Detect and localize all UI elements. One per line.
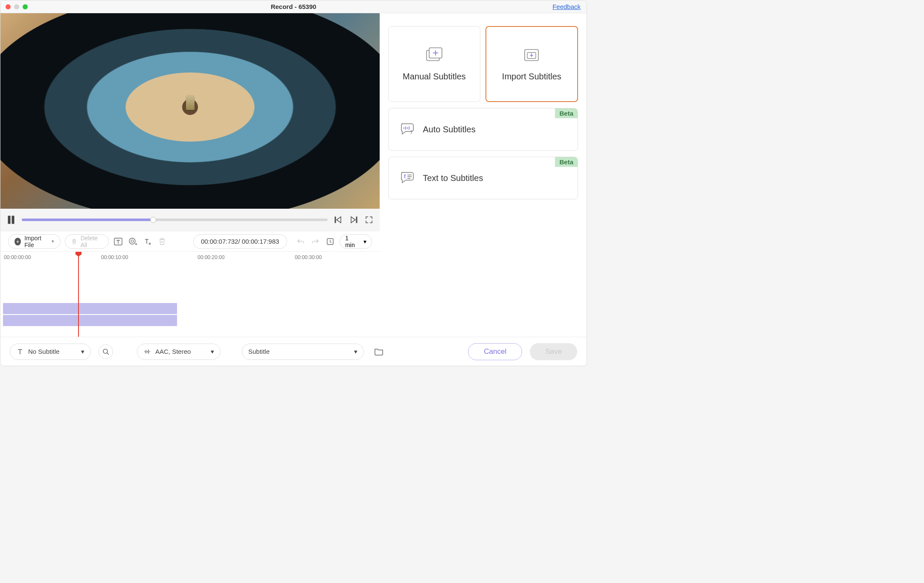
- redo-icon: [311, 237, 320, 246]
- plus-circle-icon: +: [15, 238, 21, 245]
- timeline[interactable]: 00:00:00:00 00:00:10:00 00:00:20:00 00:0…: [0, 251, 380, 337]
- playback-progress[interactable]: [22, 219, 328, 221]
- main-area: + Import File ▾ Delete All: [0, 13, 587, 337]
- next-frame-button[interactable]: [349, 215, 358, 224]
- import-subtitles-icon: [522, 47, 541, 64]
- delete-all-button[interactable]: Delete All: [65, 234, 109, 249]
- minimize-window-button[interactable]: [14, 4, 19, 9]
- chevron-down-icon: ▾: [354, 348, 357, 356]
- track-type-label: Subtitle: [248, 348, 270, 355]
- feedback-link[interactable]: Feedback: [552, 3, 581, 10]
- skip-prev-icon: [334, 216, 343, 224]
- chevron-down-icon: ▾: [363, 238, 366, 245]
- svg-text:T: T: [410, 130, 413, 135]
- waveform-icon: [143, 348, 151, 356]
- progress-thumb[interactable]: [150, 217, 156, 223]
- manual-subtitles-label: Manual Subtitles: [403, 72, 466, 82]
- subtitle-sidebar: Manual Subtitles Import Subtitles Beta T…: [380, 13, 587, 337]
- left-column: + Import File ▾ Delete All: [0, 13, 380, 337]
- subtitle-method-row: Manual Subtitles Import Subtitles: [388, 26, 578, 102]
- audio-track-clip[interactable]: [3, 315, 177, 326]
- svg-rect-0: [8, 216, 10, 224]
- text-icon: [16, 348, 24, 356]
- svg-point-7: [129, 238, 135, 244]
- undo-icon: [296, 237, 305, 246]
- subtitle-track-select[interactable]: No Subtitle ▾: [10, 344, 91, 360]
- video-preview[interactable]: [0, 13, 380, 209]
- folder-icon: [374, 347, 384, 356]
- subtitle-track-label: No Subtitle: [28, 348, 59, 355]
- chevron-down-icon: ▾: [81, 348, 84, 356]
- cancel-button[interactable]: Cancel: [468, 343, 522, 360]
- import-subtitles-label: Import Subtitles: [502, 72, 561, 82]
- svg-marker-5: [351, 217, 355, 223]
- audio-track-label: AAC, Stereo: [155, 348, 191, 355]
- video-track-clip[interactable]: [3, 303, 177, 314]
- delete-all-label: Delete All: [81, 235, 102, 248]
- track-type-select[interactable]: Subtitle ▾: [242, 344, 364, 360]
- current-time: 00:00:07:732: [201, 238, 238, 245]
- ruler-tick: 00:00:30:00: [295, 254, 322, 260]
- video-frame-spindle: [186, 96, 195, 110]
- svg-rect-2: [335, 217, 336, 223]
- styled-text-button[interactable]: [142, 236, 153, 248]
- timeline-tracks: [3, 303, 177, 327]
- zoom-label: 1 min: [345, 235, 357, 248]
- svg-point-8: [131, 240, 134, 242]
- auto-subtitles-label: Auto Subtitles: [423, 125, 475, 134]
- svg-rect-4: [356, 217, 357, 223]
- audio-track-select[interactable]: AAC, Stereo ▾: [137, 344, 221, 360]
- snap-button[interactable]: [325, 236, 336, 248]
- snap-icon: [326, 237, 334, 246]
- stamp-plus-icon: [128, 237, 137, 246]
- skip-next-icon: [349, 216, 358, 224]
- pause-button[interactable]: [6, 215, 16, 224]
- close-window-button[interactable]: [6, 4, 11, 9]
- chevron-down-icon: ▾: [52, 239, 54, 244]
- fullscreen-button[interactable]: [364, 215, 374, 224]
- svg-marker-3: [337, 217, 341, 223]
- titlebar: Record - 65390 Feedback: [0, 0, 587, 13]
- open-folder-button[interactable]: [372, 344, 386, 359]
- playback-bar: [0, 209, 380, 231]
- beta-badge: Beta: [555, 108, 578, 118]
- bottom-bar: No Subtitle ▾ AAC, Stereo ▾ Subtitle ▾ C…: [0, 337, 587, 366]
- add-stamp-button[interactable]: [128, 236, 138, 248]
- delete-selection-button[interactable]: [157, 236, 168, 248]
- text-style-icon: [143, 237, 152, 246]
- window-title: Record - 65390: [0, 3, 587, 10]
- zoom-select[interactable]: 1 min ▾: [340, 234, 372, 249]
- pause-icon: [7, 216, 15, 224]
- text-to-subtitles-card[interactable]: Beta Text to Subtitles: [388, 157, 578, 199]
- undo-button[interactable]: [296, 236, 306, 248]
- manual-subtitles-card[interactable]: Manual Subtitles: [388, 26, 480, 102]
- redo-button[interactable]: [310, 236, 321, 248]
- search-subtitles-button[interactable]: [99, 344, 113, 359]
- timeline-ruler[interactable]: 00:00:00:00 00:00:10:00 00:00:20:00 00:0…: [0, 252, 380, 266]
- video-frame-record: [0, 13, 380, 209]
- chevron-down-icon: ▾: [211, 348, 214, 356]
- trash-x-icon: [158, 237, 166, 246]
- prev-frame-button[interactable]: [334, 215, 343, 224]
- timecode-display: 00:00:07:732/ 00:00:17:983: [193, 234, 287, 249]
- import-subtitles-card[interactable]: Import Subtitles: [485, 26, 578, 102]
- traffic-lights: [0, 4, 28, 9]
- playhead[interactable]: [78, 252, 79, 337]
- save-button: Save: [530, 343, 577, 360]
- text-to-subtitles-label: Text to Subtitles: [423, 173, 483, 183]
- import-file-button[interactable]: + Import File ▾: [8, 234, 61, 249]
- ruler-tick: 00:00:20:00: [198, 254, 224, 260]
- svg-rect-1: [12, 216, 14, 224]
- total-time: 00:00:17:983: [242, 238, 279, 245]
- import-file-label: Import File: [24, 235, 48, 248]
- editor-toolbar: + Import File ▾ Delete All: [0, 231, 380, 251]
- progress-fill: [22, 219, 153, 221]
- svg-point-15: [103, 349, 108, 353]
- add-text-button[interactable]: [113, 236, 124, 248]
- ruler-tick: 00:00:00:00: [4, 254, 31, 260]
- maximize-window-button[interactable]: [23, 4, 28, 9]
- fullscreen-icon: [365, 216, 373, 224]
- ruler-tick: 00:00:10:00: [101, 254, 128, 260]
- auto-subtitles-card[interactable]: Beta T Auto Subtitles: [388, 108, 578, 151]
- text-box-icon: [113, 237, 123, 246]
